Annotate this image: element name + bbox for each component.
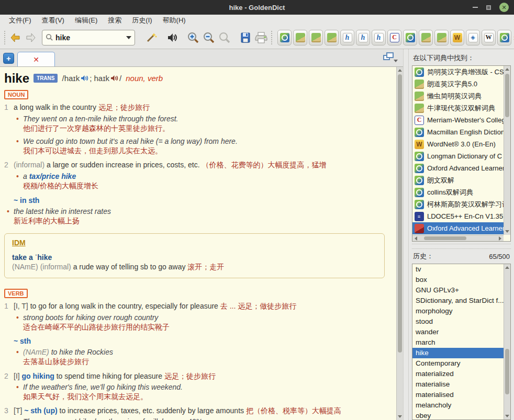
example-en: the latest hike in interest rates <box>14 207 391 216</box>
audio-icon[interactable] <box>81 75 88 82</box>
scrollbar-track[interactable] <box>504 271 510 413</box>
tab-hike[interactable]: ✕ <box>17 52 55 66</box>
dictionary-list-item[interactable]: collins双解词典 <box>412 186 504 198</box>
dictionary-list-item[interactable]: Oxford Advanced Learner <box>412 162 504 174</box>
back-button[interactable] <box>7 30 23 46</box>
history-item[interactable]: GNU GPLv3+ <box>412 285 504 296</box>
menu-history[interactable]: 历史(I) <box>127 15 157 26</box>
dictionary-list-item[interactable]: 简明英汉字典增强版 - CSS <box>412 66 504 78</box>
dictbar-button-blue-doc[interactable] <box>466 30 480 46</box>
dictionary-list-item[interactable]: Merriam-Webster's Colleg <box>412 114 504 126</box>
scroll-down-icon[interactable] <box>397 413 403 420</box>
search-dropdown-icon[interactable] <box>126 36 131 39</box>
history-item-selected[interactable]: hike <box>412 348 504 358</box>
history-item[interactable]: box <box>412 275 504 285</box>
maximize-icon[interactable] <box>486 5 491 10</box>
scroll-up-icon[interactable] <box>504 264 510 271</box>
dictbar-grip[interactable] <box>271 31 272 44</box>
dictbar-button-goldendict[interactable] <box>497 30 511 46</box>
zoom-in-button[interactable] <box>185 30 201 46</box>
dictionary-list-item[interactable]: 朗道英汉字典5.0 <box>412 78 504 90</box>
dictionary-list-item[interactable]: 柯林斯高阶英汉双解学习词 <box>412 198 504 210</box>
menu-view[interactable]: 查看(V) <box>37 15 69 26</box>
dictionary-list-scrollbar[interactable] <box>504 66 510 235</box>
dictbar-button-book[interactable] <box>293 30 307 46</box>
history-item[interactable]: materialised <box>412 390 504 400</box>
idm-link[interactable]: IDM <box>12 239 26 247</box>
dictbar-button-book[interactable] <box>419 30 433 46</box>
pronounce-button[interactable] <box>164 30 180 46</box>
menu-search[interactable]: 搜索 <box>103 15 126 26</box>
minimize-icon[interactable] <box>473 7 478 8</box>
scrollbar-track[interactable] <box>397 74 403 413</box>
dictbar-button-h-dict[interactable] <box>340 30 354 46</box>
history-item[interactable]: materialized <box>412 369 504 379</box>
toolbar-grip[interactable] <box>4 31 5 44</box>
menu-help[interactable]: 帮助(H) <box>158 15 191 26</box>
trans-badge[interactable]: TRANS <box>33 74 58 83</box>
scrollbar-track[interactable] <box>504 73 510 228</box>
search-combobox[interactable] <box>42 30 135 46</box>
scrollbar-thumb[interactable] <box>424 236 466 240</box>
scroll-left-icon[interactable] <box>412 235 419 242</box>
goldendict-icon <box>415 128 424 137</box>
dictbar-button-goldendict[interactable] <box>277 30 292 46</box>
dictionary-list-item[interactable]: 朗文双解 <box>412 174 504 186</box>
pane-splitter[interactable] <box>403 49 409 420</box>
scrollbar-thumb[interactable] <box>398 74 402 353</box>
dictbar-button-wordnet[interactable] <box>450 30 464 46</box>
scrollbar-thumb[interactable] <box>505 349 509 394</box>
tab-close-icon[interactable]: ✕ <box>33 55 39 64</box>
history-item[interactable]: stood <box>412 316 504 327</box>
menu-file[interactable]: 文件(F) <box>4 15 36 26</box>
print-button[interactable] <box>253 30 269 46</box>
scrollbar-thumb[interactable] <box>505 74 509 117</box>
zoom-reset-button[interactable] <box>217 30 232 46</box>
save-article-button[interactable] <box>238 30 253 46</box>
dictionary-list-item[interactable]: LDOCE5++ En-Cn V1.35 <box>412 210 504 222</box>
close-icon[interactable]: ✕ <box>499 3 509 12</box>
dictbar-button-book[interactable] <box>434 30 449 46</box>
history-item[interactable]: morphology <box>412 306 504 316</box>
scroll-up-icon[interactable] <box>397 67 403 74</box>
history-item[interactable]: Contemporary <box>412 358 504 369</box>
dictionary-list-hscrollbar[interactable] <box>412 235 504 241</box>
zoom-out-button[interactable] <box>201 30 217 46</box>
article-scrollbar[interactable] <box>396 67 403 420</box>
dictbar-button-h-dict[interactable] <box>356 30 370 46</box>
dictionary-list-item[interactable]: WordNet® 3.0 (En-En) <box>412 138 504 150</box>
dictionary-bar-toggle-button[interactable] <box>143 30 159 46</box>
dictbar-button-h-dict[interactable] <box>372 30 386 46</box>
dictbar-button-book[interactable] <box>325 30 339 46</box>
dictbar-button-goldendict[interactable] <box>403 30 417 46</box>
audio-icon[interactable] <box>110 75 118 82</box>
forward-button[interactable] <box>23 30 39 46</box>
history-item[interactable]: march <box>412 337 504 348</box>
scroll-up-icon[interactable] <box>504 66 510 73</box>
scroll-right-icon[interactable] <box>497 235 504 242</box>
scroll-down-icon[interactable] <box>504 228 510 235</box>
dictbar-button-book[interactable] <box>309 30 323 46</box>
dictbar-button-wikipedia[interactable] <box>482 30 496 46</box>
history-item[interactable]: tv <box>412 264 504 275</box>
dictionary-list-item[interactable]: Longman Dictionary of C <box>412 150 504 162</box>
history-scrollbar[interactable] <box>504 264 510 419</box>
scroll-down-icon[interactable] <box>504 413 510 419</box>
history-item[interactable]: SDictionary, and StarDict f... <box>412 296 504 306</box>
toolbar-overflow-button[interactable]: » <box>511 33 514 42</box>
history-item[interactable]: materialise <box>412 379 504 390</box>
window-mode-button[interactable] <box>382 52 398 63</box>
dictionary-list-item[interactable]: Macmillan English Diction <box>412 126 504 138</box>
scrollbar-track[interactable] <box>419 235 497 241</box>
dictionary-list-item[interactable]: 懒虫简明英汉词典 <box>412 90 504 102</box>
dictionary-list-item-selected[interactable]: Oxford Advanced Learner <box>412 222 504 234</box>
dictbar-button-merriam-webster[interactable] <box>387 30 401 46</box>
sidebar-splitter[interactable] <box>412 244 511 249</box>
history-item[interactable]: obey <box>412 411 504 419</box>
history-item[interactable]: wander <box>412 327 504 337</box>
history-item[interactable]: melancholy <box>412 400 504 411</box>
menu-edit[interactable]: 编辑(E) <box>70 15 102 26</box>
dictionary-list-item[interactable]: 牛津现代英汉双解词典 <box>412 102 504 114</box>
new-tab-button[interactable]: + <box>3 53 14 64</box>
search-input[interactable] <box>53 33 124 42</box>
